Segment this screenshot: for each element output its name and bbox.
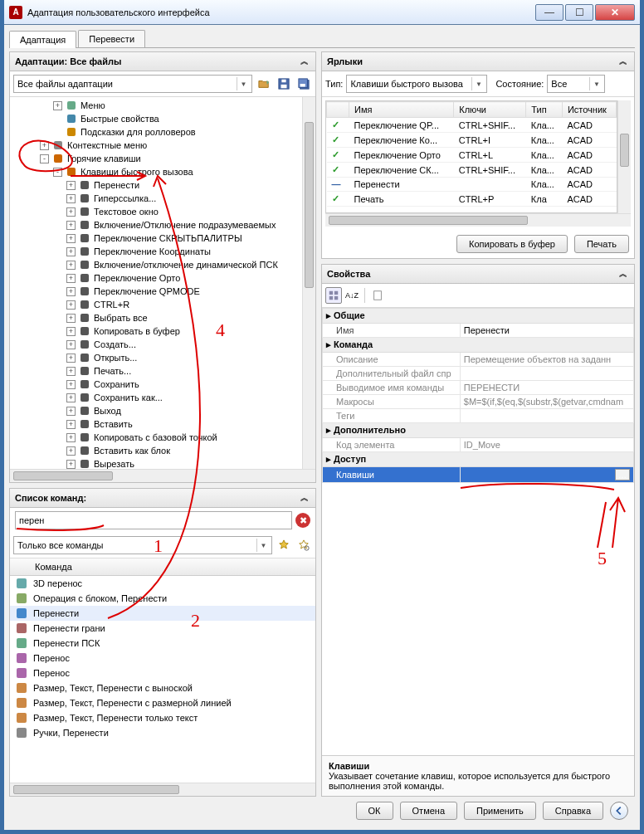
- tree-toggle[interactable]: -: [53, 168, 62, 177]
- tree-toggle[interactable]: [53, 115, 62, 124]
- apply-button[interactable]: Применить: [464, 802, 536, 820]
- tree-node[interactable]: +Открыть...: [13, 351, 314, 364]
- categorized-view-button[interactable]: [325, 287, 342, 304]
- tree-toggle[interactable]: +: [66, 314, 76, 323]
- tree-toggle[interactable]: +: [66, 340, 76, 349]
- tree-toggle[interactable]: +: [66, 433, 76, 442]
- command-row[interactable]: Перенести: [10, 606, 315, 621]
- shortcuts-grid[interactable]: Имя Ключи Тип Источник ✓Переключение QP.…: [326, 101, 617, 207]
- clear-search-button[interactable]: ✖: [295, 513, 310, 528]
- tree-node[interactable]: +Выбрать все: [13, 311, 314, 324]
- collapse-icon[interactable]: ︽: [299, 492, 310, 504]
- command-row[interactable]: Размер, Текст, Перенести с размерной лин…: [10, 695, 315, 710]
- tree-node[interactable]: -Клавиши быстрого вызова: [13, 165, 314, 178]
- shortcut-row[interactable]: ✓Переключение ОртоCTRL+LКла...ACAD: [327, 148, 617, 163]
- minimize-button[interactable]: —: [535, 4, 564, 21]
- tree-node[interactable]: +Контекстные меню: [13, 139, 314, 152]
- command-row[interactable]: Перенос: [10, 666, 315, 680]
- tree-toggle[interactable]: +: [66, 354, 76, 363]
- copy-to-clipboard-button[interactable]: Копировать в буфер: [456, 235, 568, 253]
- tree-toggle[interactable]: +: [66, 446, 76, 456]
- tree-node[interactable]: +Переключение Координаты: [13, 245, 314, 258]
- tree-toggle[interactable]: +: [66, 261, 76, 270]
- tree-toggle[interactable]: +: [66, 327, 76, 336]
- tree-node[interactable]: +Вставить как блок: [13, 444, 314, 457]
- tree-toggle[interactable]: +: [66, 181, 76, 190]
- save-all-button[interactable]: [295, 76, 312, 92]
- cancel-button[interactable]: Отмена: [400, 802, 457, 820]
- shortcut-row[interactable]: —ПеренестиКла...ACAD: [327, 178, 617, 192]
- shortcut-row[interactable]: ✓Переключение Ко...CTRL+IКла...ACAD: [327, 133, 617, 148]
- tree-toggle[interactable]: +: [66, 221, 76, 230]
- tree-node[interactable]: +Гиперссылка...: [13, 192, 314, 205]
- tree-node[interactable]: +Создать...: [13, 338, 314, 351]
- collapse-icon[interactable]: ︽: [617, 56, 629, 67]
- tree-node[interactable]: +Включение/Отключение подразумеваемых: [13, 218, 314, 232]
- tree-node[interactable]: +Текстовое окно: [13, 205, 314, 218]
- command-row[interactable]: Перенести грани: [10, 621, 315, 636]
- tree-node[interactable]: -Горячие клавиши: [13, 152, 314, 165]
- tree-toggle[interactable]: +: [66, 380, 76, 389]
- tree-node[interactable]: +Выход: [13, 404, 314, 417]
- tree-toggle[interactable]: +: [40, 141, 49, 150]
- tab-translate[interactable]: Перевести: [78, 30, 145, 47]
- command-row[interactable]: Размер, Текст, Перенести только текст: [10, 710, 315, 725]
- tree-node[interactable]: Подсказки для ролловеров: [13, 125, 314, 139]
- open-folder-button[interactable]: [256, 76, 272, 92]
- tree-toggle[interactable]: +: [66, 460, 76, 469]
- ok-button[interactable]: ОК: [356, 802, 393, 820]
- tree-toggle[interactable]: +: [66, 407, 76, 416]
- tree-toggle[interactable]: -: [40, 154, 49, 163]
- tree-node[interactable]: +Сохранить как...: [13, 391, 314, 404]
- tree-node[interactable]: Быстрые свойства: [13, 112, 314, 125]
- property-pages-button[interactable]: [369, 287, 386, 304]
- tree-node[interactable]: +Печать...: [13, 364, 314, 378]
- tree-vscroll[interactable]: [302, 97, 315, 469]
- shortcut-row[interactable]: ✓Переключение СК...CTRL+SHIF...Кла...ACA…: [327, 163, 617, 178]
- shortcuts-hscroll[interactable]: [325, 213, 631, 227]
- alpha-sort-button[interactable]: A↓Z: [344, 287, 360, 304]
- tree-node[interactable]: +Переключение Орто: [13, 271, 314, 285]
- tree-toggle[interactable]: +: [66, 194, 76, 203]
- help-button[interactable]: Справка: [543, 802, 603, 820]
- col-type[interactable]: Тип: [526, 102, 563, 118]
- save-button[interactable]: [276, 76, 292, 92]
- tree-toggle[interactable]: +: [66, 234, 76, 243]
- tree-node[interactable]: +CTRL+R: [13, 298, 314, 311]
- command-row[interactable]: Перенести ПСК: [10, 636, 315, 651]
- adaptation-files-combo[interactable]: Все файлы адаптации ▼: [13, 75, 252, 93]
- find-command-button[interactable]: [295, 537, 312, 554]
- type-combo[interactable]: Клавиши быстрого вызова ▼: [346, 75, 487, 93]
- tree-node[interactable]: +Вырезать: [13, 457, 314, 469]
- tree-toggle[interactable]: +: [66, 207, 76, 217]
- tree-node[interactable]: +Сохранить: [13, 378, 314, 391]
- col-name[interactable]: Имя: [349, 102, 454, 118]
- print-button[interactable]: Печать: [574, 235, 629, 253]
- collapse-icon[interactable]: ︽: [299, 56, 310, 67]
- property-grid[interactable]: ▸ Общие ИмяПеренести ▸ Команда ОписаниеП…: [322, 308, 634, 483]
- command-search-input[interactable]: [15, 511, 292, 529]
- shortcuts-vscroll[interactable]: [617, 100, 631, 213]
- shortcut-row[interactable]: ✓ПечатьCTRL+PКлаACAD: [327, 192, 617, 207]
- collapse-icon[interactable]: ︽: [617, 268, 629, 280]
- new-command-button[interactable]: [276, 537, 292, 554]
- tree-node[interactable]: +Копировать в буфер: [13, 324, 314, 338]
- col-src[interactable]: Источник: [562, 102, 616, 118]
- tree-toggle[interactable]: +: [66, 393, 76, 402]
- command-row[interactable]: 3D перенос: [10, 576, 315, 591]
- tree-node[interactable]: +Копировать с базовой точкой: [13, 431, 314, 444]
- command-list[interactable]: 3D переносОперация с блоком, ПеренестиПе…: [10, 576, 315, 783]
- maximize-button[interactable]: ☐: [565, 4, 593, 21]
- ellipsis-button[interactable]: …: [615, 469, 630, 480]
- tree-toggle[interactable]: +: [53, 101, 62, 110]
- close-button[interactable]: ✕: [595, 4, 635, 21]
- tree-toggle[interactable]: +: [66, 287, 76, 296]
- shortcut-row[interactable]: ✓Переключение QP...CTRL+SHIF...Кла...ACA…: [327, 118, 617, 133]
- tree-toggle[interactable]: +: [66, 274, 76, 283]
- prop-name-value[interactable]: Перенести: [460, 324, 633, 338]
- tree-node[interactable]: +Вставить: [13, 417, 314, 431]
- cmdlist-hscroll[interactable]: [10, 783, 315, 796]
- tree-toggle[interactable]: +: [66, 367, 76, 376]
- tree-node[interactable]: +Переключение СКРЫТЬПАЛИТРЫ: [13, 232, 314, 245]
- tab-adapt[interactable]: Адаптация: [9, 31, 76, 48]
